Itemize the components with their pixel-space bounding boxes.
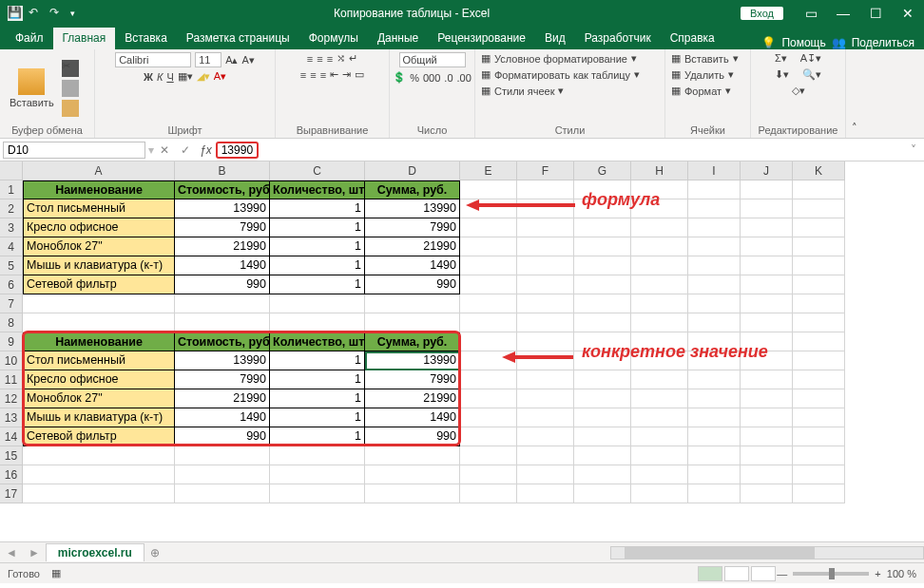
- fill-icon[interactable]: ◢▾: [197, 70, 210, 83]
- share-icon[interactable]: 👥: [832, 36, 846, 49]
- cell[interactable]: [688, 180, 741, 199]
- cell[interactable]: [793, 370, 845, 389]
- row-header[interactable]: 10: [0, 351, 23, 370]
- cell[interactable]: [631, 275, 688, 294]
- cell[interactable]: [460, 370, 517, 389]
- undo-icon[interactable]: ↶: [29, 6, 44, 21]
- row-header[interactable]: 5: [0, 256, 23, 275]
- format-table-button[interactable]: ▦Форматировать как таблицу▾: [481, 68, 640, 81]
- cell[interactable]: [574, 427, 631, 446]
- row-header[interactable]: 13: [0, 408, 23, 427]
- format-painter-icon[interactable]: [62, 100, 79, 117]
- col-header[interactable]: A: [23, 161, 175, 180]
- cell[interactable]: [460, 237, 517, 256]
- col-header[interactable]: B: [175, 161, 270, 180]
- cell[interactable]: [175, 446, 270, 465]
- row-header[interactable]: 6: [0, 275, 23, 294]
- zoom-in-icon[interactable]: +: [875, 568, 880, 579]
- zoom-level[interactable]: 100 %: [887, 568, 916, 579]
- cell[interactable]: [517, 427, 574, 446]
- cell[interactable]: [517, 465, 574, 484]
- sheet-tab[interactable]: microexcel.ru: [46, 543, 144, 561]
- cell[interactable]: [574, 389, 631, 408]
- zoom-slider[interactable]: [793, 572, 869, 576]
- cell[interactable]: Сумма, руб.: [365, 180, 460, 199]
- col-header[interactable]: I: [688, 161, 741, 180]
- cell[interactable]: [631, 465, 688, 484]
- cell[interactable]: [517, 275, 574, 294]
- cell[interactable]: [741, 389, 793, 408]
- decr-dec-icon[interactable]: .00: [457, 72, 472, 84]
- cell[interactable]: [270, 294, 365, 313]
- col-header[interactable]: K: [793, 161, 845, 180]
- cell[interactable]: [793, 408, 845, 427]
- font-color-icon[interactable]: A▾: [214, 70, 226, 83]
- cell[interactable]: [793, 294, 845, 313]
- grid[interactable]: ABCDEFGHIJK 1234567891011121314151617 На…: [0, 161, 924, 541]
- col-header[interactable]: D: [365, 161, 460, 180]
- cell[interactable]: [741, 275, 793, 294]
- cell[interactable]: 1490: [175, 256, 270, 275]
- sort-icon[interactable]: A↧▾: [800, 52, 821, 65]
- add-sheet-icon[interactable]: ⊕: [144, 546, 165, 560]
- row-header[interactable]: 17: [0, 484, 23, 503]
- col-header[interactable]: C: [270, 161, 365, 180]
- expand-fbar-icon[interactable]: ˅: [911, 143, 924, 157]
- minimize-icon[interactable]: —: [827, 6, 859, 21]
- row-header[interactable]: 12: [0, 389, 23, 408]
- cell[interactable]: [517, 237, 574, 256]
- cell[interactable]: 1: [270, 218, 365, 237]
- decr-font-icon[interactable]: A▾: [242, 54, 255, 66]
- macro-rec-icon[interactable]: ▦: [51, 567, 61, 579]
- cell[interactable]: [741, 294, 793, 313]
- cell[interactable]: [175, 294, 270, 313]
- maximize-icon[interactable]: ☐: [859, 6, 892, 21]
- cell[interactable]: 7990: [175, 218, 270, 237]
- cell[interactable]: 13990: [365, 199, 460, 218]
- col-header[interactable]: J: [741, 161, 793, 180]
- tab-home[interactable]: Главная: [53, 28, 116, 49]
- cell[interactable]: [23, 313, 175, 332]
- cell[interactable]: [365, 294, 460, 313]
- cell[interactable]: [460, 256, 517, 275]
- incr-font-icon[interactable]: A▴: [225, 54, 238, 66]
- merge-icon[interactable]: ▭: [355, 68, 364, 81]
- cell[interactable]: [793, 465, 845, 484]
- fill-down-icon[interactable]: ⬇▾: [775, 68, 789, 81]
- cell[interactable]: [688, 465, 741, 484]
- tab-data[interactable]: Данные: [368, 28, 428, 49]
- cell[interactable]: [23, 465, 175, 484]
- row-header[interactable]: 11: [0, 370, 23, 389]
- cell[interactable]: [793, 446, 845, 465]
- cell[interactable]: [793, 427, 845, 446]
- cell[interactable]: Мышь и клавиатура (к-т): [23, 256, 175, 275]
- cell[interactable]: [688, 218, 741, 237]
- cell[interactable]: [270, 484, 365, 503]
- delete-cells-button[interactable]: ▦ Удалить▾: [671, 68, 734, 81]
- cell[interactable]: [631, 446, 688, 465]
- signin-button[interactable]: Вход: [741, 7, 783, 20]
- cell[interactable]: [793, 389, 845, 408]
- cell[interactable]: [631, 389, 688, 408]
- tab-dev[interactable]: Разработчик: [575, 28, 661, 49]
- share-label[interactable]: Поделиться: [852, 36, 914, 49]
- cell[interactable]: [23, 484, 175, 503]
- cell[interactable]: [688, 408, 741, 427]
- cell[interactable]: [631, 237, 688, 256]
- cell[interactable]: [517, 389, 574, 408]
- row-header[interactable]: 15: [0, 446, 23, 465]
- cell[interactable]: [460, 446, 517, 465]
- clear-icon[interactable]: ◇▾: [792, 85, 805, 97]
- cell[interactable]: 990: [365, 275, 460, 294]
- cell[interactable]: [688, 427, 741, 446]
- cell[interactable]: [517, 313, 574, 332]
- cell[interactable]: 1490: [365, 256, 460, 275]
- row-header[interactable]: 4: [0, 237, 23, 256]
- cell[interactable]: [270, 446, 365, 465]
- cell[interactable]: Кресло офисное: [23, 218, 175, 237]
- cell[interactable]: [631, 256, 688, 275]
- view-normal-icon[interactable]: [698, 566, 722, 581]
- cell[interactable]: [741, 199, 793, 218]
- cell[interactable]: [574, 408, 631, 427]
- cell[interactable]: [175, 484, 270, 503]
